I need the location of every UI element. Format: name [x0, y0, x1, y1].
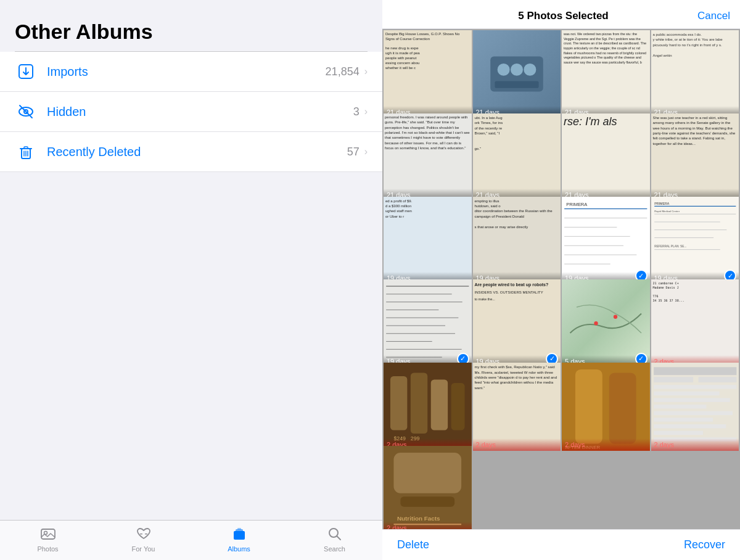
svg-text:PRIMERA: PRIMERA — [566, 201, 587, 207]
svg-rect-77 — [400, 496, 454, 506]
svg-rect-65 — [698, 377, 736, 383]
search-tab-label: Search — [324, 545, 345, 553]
trash-icon — [15, 141, 37, 163]
svg-rect-68 — [654, 398, 730, 402]
photo-cell-20[interactable]: 2 days — [651, 363, 739, 451]
photo-cell-4[interactable]: a public accommoda ess I do.y white trib… — [651, 30, 739, 118]
svg-rect-41 — [386, 294, 452, 295]
svg-rect-69 — [654, 405, 706, 408]
hidden-label: Hidden — [47, 105, 353, 119]
svg-point-50 — [594, 322, 598, 326]
svg-rect-44 — [386, 318, 458, 318]
svg-rect-11 — [140, 533, 142, 535]
tab-albums[interactable]: Albums — [215, 525, 264, 553]
svg-line-17 — [337, 537, 340, 540]
photo-cell-11[interactable]: PRIMERA 19 days ✓ — [562, 197, 650, 285]
recover-button[interactable]: Recover — [684, 538, 725, 551]
svg-rect-54 — [411, 373, 427, 434]
svg-rect-22 — [495, 81, 538, 88]
photo-cell-18[interactable]: my first check with $xe, Republican Nati… — [473, 363, 561, 451]
svg-rect-27 — [564, 236, 630, 236]
svg-rect-43 — [386, 310, 438, 310]
svg-rect-25 — [564, 218, 647, 218]
for-you-tab-label: For You — [132, 545, 155, 553]
photo-label-20: 2 days — [651, 439, 739, 451]
photo-cell-14[interactable]: Are people wired to beat up robots? INSI… — [473, 279, 561, 368]
svg-rect-30 — [564, 263, 610, 264]
svg-rect-63 — [654, 368, 736, 376]
svg-rect-60 — [575, 369, 602, 444]
photo-cell-19[interactable]: AFTER DINNER 2 days — [562, 363, 650, 451]
svg-point-51 — [614, 315, 617, 319]
svg-rect-61 — [609, 373, 636, 444]
right-header: 5 Photos Selected Cancel — [382, 0, 740, 29]
hidden-chevron: › — [364, 106, 368, 117]
photo-cell-21[interactable]: Nutrition Facts 2 days — [384, 446, 472, 529]
selection-title: 5 Photos Selected — [429, 10, 697, 22]
album-list: Imports 21,854 › Hidden 3 › — [0, 52, 382, 172]
svg-rect-34 — [654, 213, 736, 214]
svg-rect-64 — [654, 377, 693, 383]
imports-label: Imports — [47, 65, 326, 79]
svg-rect-32 — [654, 205, 736, 206]
svg-text:Nutrition Facts: Nutrition Facts — [397, 515, 440, 522]
svg-text:PRIMERA: PRIMERA — [654, 201, 670, 205]
albums-tab-icon — [231, 525, 248, 543]
tab-search[interactable]: Search — [310, 525, 360, 553]
photo-label-19: 2 days — [562, 439, 650, 451]
album-item-imports[interactable]: Imports 21,854 › — [0, 52, 382, 92]
photos-tab-icon — [39, 525, 57, 543]
svg-text:Rapid Medical Center: Rapid Medical Center — [654, 210, 680, 213]
svg-rect-12 — [145, 533, 147, 535]
photo-cell-2[interactable]: 21 days — [473, 30, 561, 118]
photo-cell-17[interactable]: $249 299 2 days — [384, 363, 472, 451]
svg-rect-35 — [654, 221, 720, 222]
left-header: Other Albums — [0, 0, 382, 51]
delete-button[interactable]: Delete — [397, 538, 429, 551]
svg-rect-42 — [386, 302, 462, 303]
svg-rect-66 — [654, 385, 736, 389]
photo-cell-12[interactable]: PRIMERA Rapid Medical Center REFERRAL PL… — [651, 197, 739, 285]
svg-rect-40 — [386, 286, 469, 287]
cancel-button[interactable]: Cancel — [697, 10, 730, 22]
photos-tab-label: Photos — [37, 545, 58, 553]
svg-rect-45 — [386, 326, 445, 326]
photo-cell-7[interactable]: rse: I'm als 21 days — [562, 113, 650, 202]
photo-cell-15[interactable]: 5 days ✓ — [562, 279, 650, 368]
photo-cell-8[interactable]: She was just one teacher in a red skirt,… — [651, 113, 739, 202]
imports-chevron: › — [364, 66, 368, 77]
photo-cell-1[interactable]: Despite Big House Losses, G.O.P. Shows N… — [384, 30, 472, 118]
tab-for-you[interactable]: For You — [119, 525, 168, 553]
svg-rect-71 — [654, 418, 713, 422]
photo-cell-13[interactable]: 19 days ✓ — [384, 279, 472, 368]
album-item-recently-deleted[interactable]: Recently Deleted 57 › — [0, 132, 382, 172]
svg-rect-55 — [431, 380, 448, 430]
photo-cell-10[interactable]: empting to illushutdown, said oditor coo… — [473, 197, 561, 285]
svg-rect-26 — [564, 227, 617, 228]
photo-label-21: 2 days — [384, 522, 472, 529]
photo-cell-5[interactable]: personal freedom. I was raised around pe… — [384, 113, 472, 202]
photo-cell-9[interactable]: ed a profit of $9.d a $300 millionughed … — [384, 197, 472, 285]
recently-deleted-label: Recently Deleted — [47, 145, 347, 159]
tab-bar: Photos For You Albums — [0, 520, 382, 560]
photo-cell-6[interactable]: ubt. In a late Augork Times, for insof t… — [473, 113, 561, 202]
svg-text:REFERRAL PLAN: SE...: REFERRAL PLAN: SE... — [654, 245, 686, 248]
action-bar: Delete Recover — [382, 529, 740, 560]
left-panel: Other Albums Imports 21,854 › — [0, 0, 382, 560]
photo-cell-16[interactable]: 21 camboree C+Madame Davis JT7634 35 36 … — [651, 279, 739, 368]
svg-rect-73 — [654, 431, 703, 435]
svg-rect-13 — [234, 531, 245, 540]
right-panel: 5 Photos Selected Cancel Despite Big Hou… — [382, 0, 740, 560]
tab-photos[interactable]: Photos — [23, 525, 73, 553]
recently-deleted-chevron: › — [364, 146, 368, 157]
svg-rect-28 — [564, 245, 623, 245]
svg-point-20 — [511, 64, 523, 76]
svg-rect-39 — [654, 249, 720, 250]
recently-deleted-count: 57 — [347, 146, 360, 159]
search-tab-icon — [326, 525, 343, 543]
photo-cell-3[interactable]: was not. We ordered two pizzas from the … — [562, 30, 650, 118]
hidden-icon — [15, 101, 37, 123]
svg-rect-59 — [562, 363, 650, 451]
album-item-hidden[interactable]: Hidden 3 › — [0, 92, 382, 132]
svg-rect-46 — [386, 334, 455, 334]
